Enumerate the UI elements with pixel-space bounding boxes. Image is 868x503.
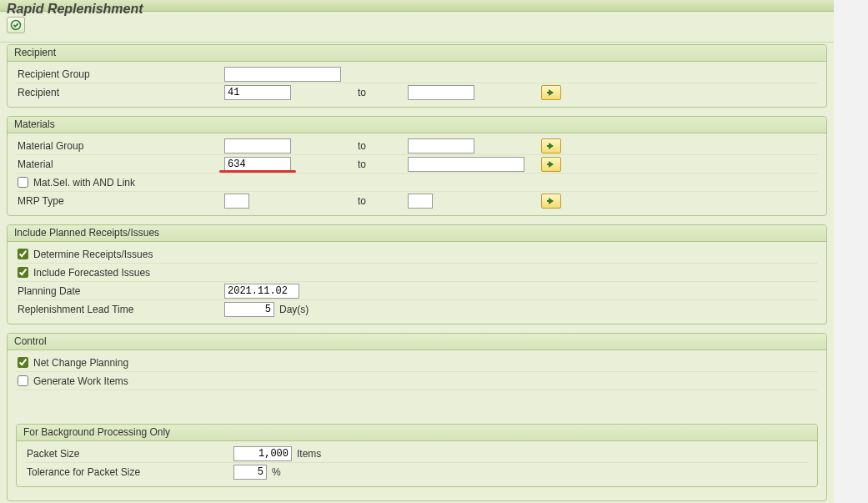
recipient-label: Recipient [16,87,224,98]
recipient-from-input[interactable] [224,85,291,100]
group-recipient: Recipient Recipient Group Recipient to [7,44,827,108]
mrp-type-from-input[interactable] [224,194,249,209]
packet-size-label: Packet Size [25,448,233,460]
main-form: Rapid Replenishment Recipient Recipient … [0,0,834,503]
packet-size-input[interactable] [233,446,292,461]
multi-select-icon [549,198,554,204]
planning-date-label: Planning Date [16,285,224,297]
mrp-type-to-input[interactable] [408,194,433,209]
recipient-range-button[interactable] [541,85,561,100]
tolerance-label: Tolerance for Packet Size [25,466,233,478]
multi-select-icon [549,161,554,168]
material-group-from-input[interactable] [224,138,291,153]
matsel-checkbox[interactable] [18,177,28,188]
planning-date-input[interactable] [224,284,299,299]
group-materials: Materials Material Group to [7,116,827,216]
matsel-label: Mat.Sel. with AND Link [33,177,135,189]
material-group-to-input[interactable] [408,138,474,153]
group-background-processing-title: For Background Processing Only [17,425,817,441]
group-materials-title: Materials [8,117,826,133]
material-group-label: Material Group [16,140,224,152]
material-to-label: to [358,158,408,170]
net-change-label: Net Change Planning [33,357,128,369]
group-planned-title: Include Planned Receipts/Issues [8,225,826,242]
group-background-processing: For Background Processing Only Packet Si… [16,424,818,487]
recipient-group-label: Recipient Group [16,68,224,80]
recipient-group-input[interactable] [224,67,341,82]
rlt-label: Replenishment Lead Time [16,304,224,315]
execute-icon [10,19,22,31]
gen-work-checkbox[interactable] [18,375,28,386]
mrp-type-label: MRP Type [16,195,224,207]
mrp-type-range-button[interactable] [541,194,561,209]
execute-button[interactable] [7,17,25,33]
tolerance-unit: % [267,466,281,478]
recipient-to-input[interactable] [408,85,474,100]
material-label: Material [16,158,224,170]
material-group-to-label: to [358,140,408,152]
material-from-input[interactable] [224,157,291,172]
rlt-unit: Day(s) [274,304,309,315]
material-group-range-button[interactable] [541,138,561,153]
multi-select-icon [549,89,554,96]
group-control: Control Net Change Planning Generate Wor… [7,333,827,501]
determine-receipts-checkbox[interactable] [18,249,28,259]
recipient-to-label: to [358,87,408,98]
determine-receipts-label: Determine Receipts/Issues [33,249,153,260]
group-recipient-title: Recipient [8,45,826,62]
group-control-title: Control [8,334,826,350]
page-title: Rapid Replenishment [0,0,834,12]
include-forecasted-checkbox[interactable] [18,267,28,278]
mrp-type-to-label: to [358,195,408,207]
packet-size-unit: Items [292,448,321,460]
net-change-checkbox[interactable] [18,357,28,368]
rlt-input[interactable] [224,302,274,317]
multi-select-icon [549,143,554,149]
include-forecasted-label: Include Forecasted Issues [33,267,150,279]
toolbar [0,12,834,43]
group-planned: Include Planned Receipts/Issues Determin… [7,224,827,324]
gen-work-label: Generate Work Items [33,375,128,387]
material-range-button[interactable] [541,157,561,172]
material-to-input[interactable] [408,157,524,172]
tolerance-input[interactable] [233,465,267,480]
